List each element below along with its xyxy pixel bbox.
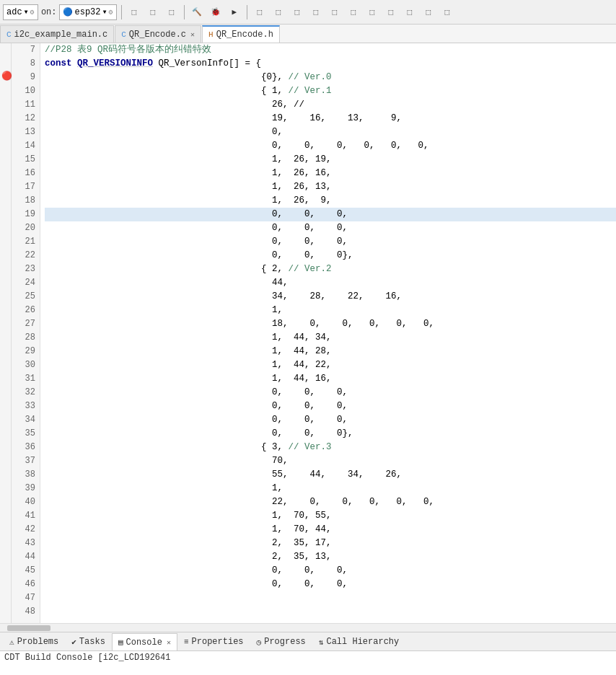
line-num-40: 40 [12, 495, 35, 509]
bottom-tab-tasks[interactable]: ✔Tasks [65, 633, 112, 650]
toolbar-btn-run[interactable]: ▶ [226, 4, 242, 20]
line-num-29: 29 [12, 345, 35, 358]
toolbar-btn-7[interactable]: ⬚ [308, 4, 324, 20]
toolbar-btn-6[interactable]: ⬚ [289, 4, 305, 20]
tab-qr-h-label: QR_Encode.h [216, 30, 273, 40]
code-line-44: 1, 70, 44, [45, 523, 616, 537]
tab-i2c-label: i2c_example_main.c [14, 30, 108, 40]
toolbar-btn-11[interactable]: ⬚ [383, 4, 399, 20]
editor-tab-bar: C i2c_example_main.c C QR_Encode.c ✕ H Q… [0, 25, 616, 43]
toolbar-btn-14[interactable]: ⬚ [439, 4, 455, 20]
code-line-29: 18, 0, 0, 0, 0, 0, [45, 317, 616, 331]
line-num-27: 27 [12, 317, 35, 331]
tab-qr-c-close[interactable]: ✕ [190, 30, 195, 39]
adc-dropdown[interactable]: adc ▾ ⚙ [3, 4, 38, 20]
code-line-36: 0, 0, 0, [45, 413, 616, 427]
tab-i2c[interactable]: C i2c_example_main.c [0, 25, 114, 43]
toolbar-btn-13[interactable]: ⬚ [421, 4, 436, 20]
tab-qr-c-label: QR_Encode.c [129, 30, 186, 40]
on-label: on: [41, 7, 57, 17]
tasks-tab-icon: ✔ [71, 638, 76, 647]
console-content: CDT Build Console [i2c_LCD192641 [0, 651, 616, 675]
line-num-14: 14 [12, 139, 35, 153]
code-line-47: 0, 0, 0, [45, 564, 616, 578]
toolbar-btn-9[interactable]: ⬚ [346, 4, 361, 20]
toolbar-btn-8[interactable]: ⬚ [327, 4, 343, 20]
line-num-9: 9 [12, 71, 35, 84]
editor-gutter: 🔴 [0, 43, 12, 623]
code-line-31: 1, 44, 28, [45, 345, 616, 358]
call-hierarchy-tab-label: Call Hierarchy [326, 637, 399, 647]
toolbar-btn-1[interactable]: ⬚ [126, 4, 142, 20]
bottom-tab-console[interactable]: ▤Console✕ [112, 633, 177, 650]
line-num-10: 10 [12, 84, 35, 98]
code-line-48: 0, 0, 0, [45, 578, 616, 591]
console-tab-label: Console [126, 638, 162, 648]
code-line-19: 1, 26, 13, [45, 180, 616, 194]
line-num-32: 32 [12, 386, 35, 400]
code-line-16: 0, 0, 0, 0, 0, 0, [45, 139, 616, 153]
dropdown-config-icon: ⚙ [30, 8, 35, 17]
horizontal-scrollbar[interactable] [0, 623, 616, 632]
code-line-39: 70, [45, 454, 616, 468]
progress-tab-icon: ◷ [257, 638, 262, 647]
line-num-34: 34 [12, 413, 35, 427]
editor-main: 🔴 78910111213141516171819202122232425262… [0, 43, 616, 623]
toolbar-btn-debug[interactable]: 🐞 [208, 4, 224, 20]
line-num-28: 28 [12, 331, 35, 345]
line-num-42: 42 [12, 523, 35, 537]
toolbar-btn-4[interactable]: ⬚ [252, 4, 268, 20]
properties-tab-icon: ≡ [184, 638, 189, 646]
line-num-30: 30 [12, 358, 35, 372]
main-toolbar: adc ▾ ⚙ on: 🔵 esp32 ▾ ⚙ ⬚ ⬚ ⬚ 🔨 🐞 ▶ ⬚ ⬚ … [0, 0, 616, 25]
tab-qr-encode-h[interactable]: H QR_Encode.h [202, 25, 280, 43]
bottom-tab-call-hierarchy[interactable]: ⇅Call Hierarchy [312, 633, 405, 650]
line-num-12: 12 [12, 112, 35, 125]
code-line-25: { 2, // Ver.2 [45, 262, 616, 276]
line-num-26: 26 [12, 304, 35, 317]
scrollbar-thumb[interactable] [7, 625, 50, 631]
line-num-24: 24 [12, 276, 35, 290]
line-num-16: 16 [12, 167, 35, 180]
line-num-13: 13 [12, 125, 35, 139]
problems-tab-icon: ⚠ [9, 638, 14, 647]
toolbar-btn-3[interactable]: ⬚ [164, 4, 180, 20]
comment-span: //P28 表9 QR码符号各版本的纠错特效 [45, 45, 211, 55]
adc-dropdown-value: adc [6, 7, 22, 17]
bottom-tab-bar: ⚠Problems✔Tasks▤Console✕≡Properties◷Prog… [0, 632, 616, 651]
tasks-tab-label: Tasks [79, 637, 105, 647]
line-num-41: 41 [12, 509, 35, 523]
code-line-12: { 1, // Ver.1 [45, 84, 616, 98]
code-line-26: 44, [45, 276, 616, 290]
code-line-27: 34, 28, 22, 16, [45, 290, 616, 304]
line-num-47: 47 [12, 591, 35, 605]
toolbar-btn-12[interactable]: ⬚ [402, 4, 418, 20]
code-line-43: 1, 70, 55, [45, 509, 616, 523]
line-num-17: 17 [12, 180, 35, 194]
line-num-8: 8 [12, 57, 35, 71]
code-line-23: 0, 0, 0, [45, 235, 616, 249]
console-tab-icon: ▤ [118, 638, 123, 647]
esp32-dropdown[interactable]: 🔵 esp32 ▾ ⚙ [59, 4, 116, 20]
code-line-10: {0}, // Ver.0 [45, 71, 616, 84]
esp32-config-icon: ⚙ [109, 8, 113, 17]
console-tab-close[interactable]: ✕ [167, 638, 171, 647]
bottom-tab-progress[interactable]: ◷Progress [250, 633, 312, 650]
line-num-31: 31 [12, 372, 35, 386]
toolbar-btn-10[interactable]: ⬚ [364, 4, 380, 20]
code-line-42: 22, 0, 0, 0, 0, 0, [45, 495, 616, 509]
toolbar-btn-2[interactable]: ⬚ [145, 4, 161, 20]
tab-qr-encode-c[interactable]: C QR_Encode.c ✕ [115, 25, 201, 43]
progress-tab-label: Progress [264, 637, 306, 647]
code-line-13: 26, // [45, 98, 616, 112]
bottom-tab-properties[interactable]: ≡Properties [177, 633, 250, 650]
code-line-8: //P28 表9 QR码符号各版本的纠错特效 [45, 43, 616, 57]
code-editor[interactable]: //P28 表9 QR码符号各版本的纠错特效const QR_VERSIONIN… [40, 43, 616, 623]
code-line-37: 0, 0, 0}, [45, 427, 616, 441]
line-num-7: 7 [12, 43, 35, 57]
bottom-tab-problems[interactable]: ⚠Problems [3, 633, 65, 650]
toolbar-btn-5[interactable]: ⬚ [270, 4, 286, 20]
line-num-18: 18 [12, 194, 35, 208]
code-line-40: 55, 44, 34, 26, [45, 468, 616, 482]
toolbar-btn-build[interactable]: 🔨 [189, 4, 205, 20]
